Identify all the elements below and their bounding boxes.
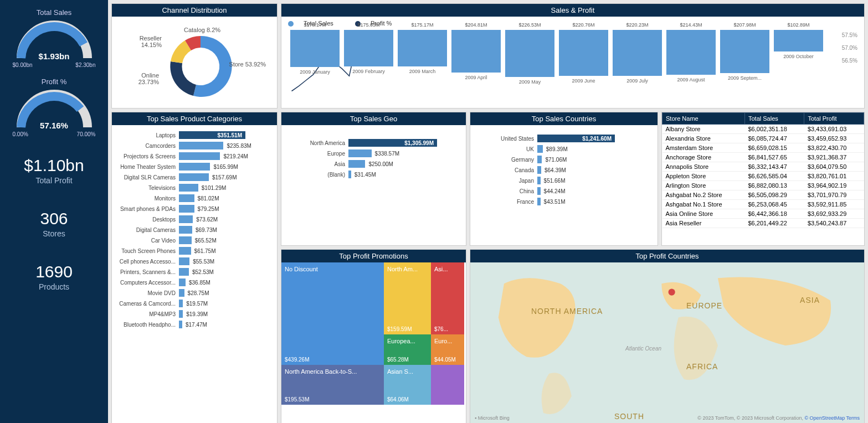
col-total-profit[interactable]: Total Profit — [804, 113, 864, 125]
hbar-list-countries[interactable]: United States$1,241.60MUK$89.39MGermany$… — [470, 125, 658, 245]
treemap-cell[interactable] — [431, 365, 464, 405]
hbar-row[interactable]: Germany$71.06M — [474, 156, 654, 163]
table-row[interactable]: Alexandria Store$6,085,724.47$3,459,652.… — [662, 134, 864, 143]
sp-column[interactable]: $178.17M2009 January — [288, 30, 342, 102]
card-top-promotions[interactable]: Top Profit Promotions No Discount$439.26… — [281, 249, 466, 423]
table-row[interactable]: Asia Online Store$6,442,366.18$3,692,933… — [662, 209, 864, 219]
hbar-row[interactable]: (Blank)$31.45M — [285, 171, 463, 178]
hbar-row[interactable]: France$43.51M — [474, 198, 654, 205]
card-title: Top Sales Product Categories — [112, 112, 277, 125]
sp-column[interactable]: $175.05M2009 February — [342, 30, 396, 102]
hbar-row[interactable]: Asia$250.00M — [285, 160, 463, 168]
svg-point-1 — [669, 288, 675, 295]
gauge-title-profit: Profit % — [42, 78, 67, 86]
world-map[interactable]: NORTH AMERICA EUROPE ASIA AFRICA SOUTH A… — [470, 262, 864, 423]
kpi-products: 1690 Products — [35, 262, 73, 291]
card-store-table[interactable]: Store Name Total Sales Total Profit Alba… — [661, 112, 865, 246]
kpi-stores: 306 Stores — [40, 209, 68, 238]
hbar-row[interactable]: Europe$338.57M — [285, 149, 463, 157]
hbar-row[interactable]: North America$1,305.99M — [285, 139, 463, 147]
col-store-name[interactable]: Store Name — [662, 113, 745, 125]
bing-logo: ▪ Microsoft Bing — [475, 415, 510, 421]
sp-column[interactable]: $220.23M2009 July — [610, 30, 664, 102]
gauge-total-sales: $1.93bn — [13, 17, 96, 61]
hbar-row[interactable]: Printers, Scanners &...$52.53M — [115, 268, 274, 276]
combo-chart[interactable]: $178.17M2009 January$175.05M2009 Februar… — [281, 30, 864, 102]
hbar-row[interactable]: Cell phones Accesso...$55.53M — [115, 257, 274, 265]
gauge-profit-pct: 57.16% — [13, 86, 96, 130]
table-row[interactable]: Asia Reseller$6,201,449.22$3,540,243.87 — [662, 219, 864, 228]
gauge-value-profit: 57.16% — [13, 121, 96, 130]
card-top-categories[interactable]: Top Sales Product Categories Laptops$351… — [111, 112, 278, 423]
hbar-row[interactable]: Monitors$81.02M — [115, 194, 274, 202]
hbar-row[interactable]: Canada$64.39M — [474, 166, 654, 174]
hbar-row[interactable]: Bluetooth Headpho...$17.47M — [115, 321, 274, 328]
card-title: Top Profit Countries — [470, 250, 864, 262]
kpi-total-profit: $1.10bn Total Profit — [24, 156, 84, 185]
treemap-cell[interactable]: North Am...$159.59M — [384, 262, 431, 334]
hbar-list-categories[interactable]: Laptops$351.51MCamcorders$235.83MProject… — [112, 125, 277, 423]
table-scroll[interactable]: Store Name Total Sales Total Profit Alba… — [662, 112, 864, 233]
hbar-list-geo[interactable]: North America$1,305.99MEurope$338.57MAsi… — [281, 125, 466, 245]
hbar-row[interactable]: Camcorders$235.83M — [115, 142, 274, 149]
hbar-row[interactable]: Computers Accessor...$36.85M — [115, 278, 274, 286]
hbar-row[interactable]: Touch Screen Phones$61.75M — [115, 247, 274, 255]
sp-column[interactable]: $207.98M2009 Septem... — [718, 30, 772, 102]
gauge-title-sales: Total Sales — [37, 8, 72, 17]
sp-column[interactable]: $220.76M2009 June — [557, 30, 610, 102]
card-title: Top Sales Geo — [281, 112, 466, 125]
hbar-row[interactable]: China$44.24M — [474, 187, 654, 195]
hbar-row[interactable]: Digital SLR Cameras$157.69M — [115, 173, 274, 181]
table-row[interactable]: Amsterdam Store$6,659,028.15$3,822,430.7… — [662, 143, 864, 153]
osm-link[interactable]: © OpenStreetMap — [804, 415, 845, 421]
sp-column[interactable]: $175.17M2009 March — [396, 30, 449, 102]
hbar-row[interactable]: Laptops$351.51M — [115, 131, 274, 139]
card-channel-distribution[interactable]: Channel Distribution Catalog 8.2% Resell… — [111, 3, 278, 109]
treemap-cell[interactable]: Euro...$44.05M — [431, 334, 464, 365]
treemap-cell[interactable]: No Discount$439.26M — [281, 262, 384, 365]
sp-column[interactable]: $102.89M2009 October — [772, 30, 825, 102]
table-row[interactable]: Ashgabat No.2 Store$6,505,098.29$3,701,9… — [662, 190, 864, 200]
table-row[interactable]: Ashgabat No.1 Store$6,253,068.45$3,592,9… — [662, 200, 864, 209]
card-title: Channel Distribution — [112, 4, 277, 17]
sp-column[interactable]: $214.43M2009 August — [664, 30, 718, 102]
hbar-row[interactable]: Projectors & Screens$219.24M — [115, 152, 274, 160]
table-row[interactable]: Annapolis Store$6,332,143.47$3,604,079.5… — [662, 162, 864, 172]
treemap-cell[interactable]: North America Back-to-S...$195.53M — [281, 365, 384, 405]
hbar-row[interactable]: UK$89.39M — [474, 145, 654, 153]
card-top-geo[interactable]: Top Sales Geo North America$1,305.99MEur… — [281, 112, 466, 246]
treemap-cell[interactable]: Europea...$65.28M — [384, 334, 431, 365]
hbar-row[interactable]: Smart phones & PDAs$79.25M — [115, 205, 274, 213]
dashboard-grid: Channel Distribution Catalog 8.2% Resell… — [108, 0, 868, 423]
card-top-profit-countries[interactable]: Top Profit Countries NORTH AMERICA EUROP… — [470, 249, 865, 423]
hbar-row[interactable]: Desktops$73.62M — [115, 215, 274, 223]
treemap-cell[interactable]: Asian S...$64.06M — [384, 365, 431, 405]
sp-column[interactable]: $226.53M2009 May — [503, 30, 557, 102]
hbar-row[interactable]: Cameras & Camcord...$19.57M — [115, 300, 274, 307]
sp-column[interactable]: $204.81M2009 April — [449, 30, 503, 102]
store-table[interactable]: Store Name Total Sales Total Profit Alba… — [662, 112, 864, 228]
table-row[interactable]: Arlington Store$6,882,080.13$3,964,902.1… — [662, 181, 864, 190]
card-sales-profit[interactable]: Sales & Profit Total Sales Profit % 57.5… — [281, 3, 865, 109]
card-title: Sales & Profit — [281, 4, 864, 17]
hbar-row[interactable]: Digital Cameras$69.73M — [115, 226, 274, 234]
hbar-row[interactable]: United States$1,241.60M — [474, 135, 654, 142]
treemap-cell[interactable]: Asi...$76... — [431, 262, 464, 334]
hbar-row[interactable]: Japan$51.66M — [474, 177, 654, 184]
card-title: Top Sales Countries — [470, 112, 658, 125]
hbar-row[interactable]: Televisions$101.29M — [115, 184, 274, 192]
kpi-sidebar: Total Sales $1.93bn $0.00bn$2.30bn Profi… — [0, 0, 108, 423]
treemap-promotions[interactable]: No Discount$439.26M North Am...$159.59M … — [281, 262, 466, 423]
hbar-row[interactable]: Home Theater System$165.99M — [115, 163, 274, 171]
hbar-row[interactable]: Movie DVD$28.75M — [115, 289, 274, 297]
table-row[interactable]: Albany Store$6,002,351.18$3,433,691.03 — [662, 125, 864, 134]
hbar-row[interactable]: MP4&MP3$19.39M — [115, 310, 274, 318]
gauge-value-sales: $1.93bn — [13, 51, 96, 61]
terms-link[interactable]: Terms — [846, 415, 860, 421]
table-row[interactable]: Appleton Store$6,626,585.04$3,820,761.01 — [662, 172, 864, 181]
donut-chart[interactable]: Catalog 8.2% Reseller 14.15% Online 23.7… — [112, 17, 277, 108]
table-row[interactable]: Anchorage Store$6,841,527.65$3,921,368.3… — [662, 153, 864, 162]
hbar-row[interactable]: Car Video$65.52M — [115, 236, 274, 244]
card-top-countries[interactable]: Top Sales Countries United States$1,241.… — [470, 112, 658, 246]
col-total-sales[interactable]: Total Sales — [744, 113, 804, 125]
